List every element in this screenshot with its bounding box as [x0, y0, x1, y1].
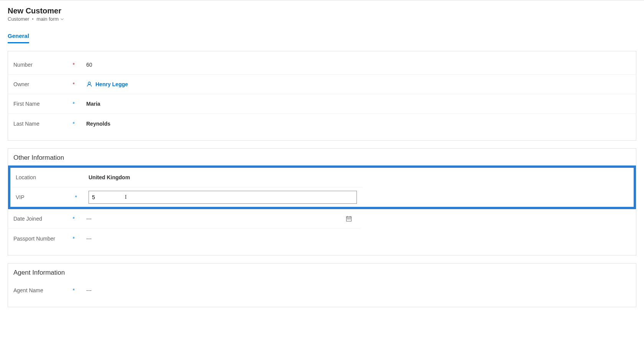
passport-number-label: Passport Number	[13, 236, 55, 242]
chevron-down-icon	[60, 17, 64, 21]
calendar-button[interactable]	[343, 216, 355, 222]
field-row-number: Number * 60	[8, 55, 636, 75]
vip-label: VIP	[16, 194, 25, 200]
agent-name-value-cell[interactable]: ---	[79, 287, 355, 293]
separator-dot-icon	[32, 18, 33, 20]
owner-value-cell[interactable]: Henry Legge	[79, 81, 362, 87]
field-row-last-name: Last Name * Reynolds	[8, 114, 636, 133]
date-joined-value-cell[interactable]: ---	[79, 216, 355, 222]
person-icon	[86, 81, 92, 87]
owner-label: Owner	[13, 81, 29, 87]
first-name-label: First Name	[13, 101, 39, 107]
recommended-asterisk-icon: *	[73, 287, 75, 293]
field-label-col: Owner *	[13, 81, 79, 87]
section-general: Number * 60 Owner * Henry Legge First Na…	[8, 51, 636, 141]
recommended-asterisk-icon: *	[73, 216, 75, 222]
date-joined-label: Date Joined	[13, 216, 42, 222]
last-name-value: Reynolds	[86, 121, 110, 127]
last-name-value-cell[interactable]: Reynolds	[79, 121, 362, 127]
number-value-cell[interactable]: 60	[79, 62, 362, 68]
form-selector[interactable]: main form	[36, 16, 64, 22]
recommended-asterisk-icon: *	[73, 121, 75, 127]
first-name-value: Maria	[86, 101, 100, 107]
field-label-col: First Name *	[13, 101, 79, 107]
required-asterisk-icon: *	[73, 81, 75, 87]
field-label-col: Last Name *	[13, 121, 79, 127]
section-title-agent-information: Agent Information	[8, 267, 636, 280]
svg-rect-5	[347, 219, 348, 219]
section-title-other-information: Other Information	[8, 152, 636, 165]
page-header: New Customer Customer main form	[0, 0, 644, 25]
recommended-asterisk-icon: *	[73, 236, 75, 242]
passport-number-value-cell[interactable]: ---	[79, 236, 355, 242]
field-label-col: Number *	[13, 62, 79, 68]
first-name-value-cell[interactable]: Maria	[79, 101, 362, 107]
field-label-col: Location	[16, 174, 81, 180]
passport-number-placeholder: ---	[86, 236, 92, 242]
field-label-col: Agent Name *	[13, 287, 79, 293]
location-value: United Kingdom	[89, 174, 130, 180]
recommended-asterisk-icon: *	[73, 101, 75, 107]
tabs-row: General	[0, 29, 644, 43]
highlight-box: Location United Kingdom VIP * I	[8, 165, 636, 209]
owner-name: Henry Legge	[95, 81, 128, 87]
field-row-first-name: First Name * Maria	[8, 94, 636, 114]
breadcrumb: Customer main form	[8, 16, 636, 22]
svg-rect-7	[350, 219, 351, 219]
field-label-col: Passport Number *	[13, 236, 79, 242]
field-row-date-joined: Date Joined * ---	[8, 209, 361, 229]
agent-name-label: Agent Name	[13, 287, 43, 293]
vip-input[interactable]	[89, 191, 357, 204]
owner-lookup-pill[interactable]: Henry Legge	[86, 81, 128, 87]
field-row-agent-name: Agent Name * ---	[8, 280, 361, 300]
vip-value-cell[interactable]: I	[81, 191, 357, 204]
svg-rect-6	[348, 219, 349, 219]
svg-point-0	[88, 82, 90, 84]
location-value-cell[interactable]: United Kingdom	[81, 174, 357, 180]
field-label-col: VIP *	[16, 194, 81, 200]
location-label: Location	[16, 174, 36, 180]
date-joined-placeholder: ---	[86, 216, 343, 222]
field-row-owner: Owner * Henry Legge	[8, 75, 636, 94]
page-title: New Customer	[8, 7, 636, 15]
entity-name: Customer	[8, 16, 29, 22]
field-row-passport-number: Passport Number * ---	[8, 229, 361, 248]
number-value: 60	[86, 62, 92, 68]
calendar-icon	[346, 216, 352, 222]
field-row-location: Location United Kingdom	[10, 168, 363, 187]
recommended-asterisk-icon: *	[75, 194, 77, 200]
last-name-label: Last Name	[13, 121, 39, 127]
form-name: main form	[36, 16, 59, 22]
section-other-information: Other Information Location United Kingdo…	[8, 148, 636, 255]
agent-name-placeholder: ---	[86, 287, 92, 293]
number-label: Number	[13, 62, 33, 68]
section-agent-information: Agent Information Agent Name * ---	[8, 263, 636, 307]
field-row-vip: VIP * I	[10, 187, 363, 207]
required-asterisk-icon: *	[73, 62, 75, 68]
field-label-col: Date Joined *	[13, 216, 79, 222]
tab-general[interactable]: General	[8, 29, 29, 43]
